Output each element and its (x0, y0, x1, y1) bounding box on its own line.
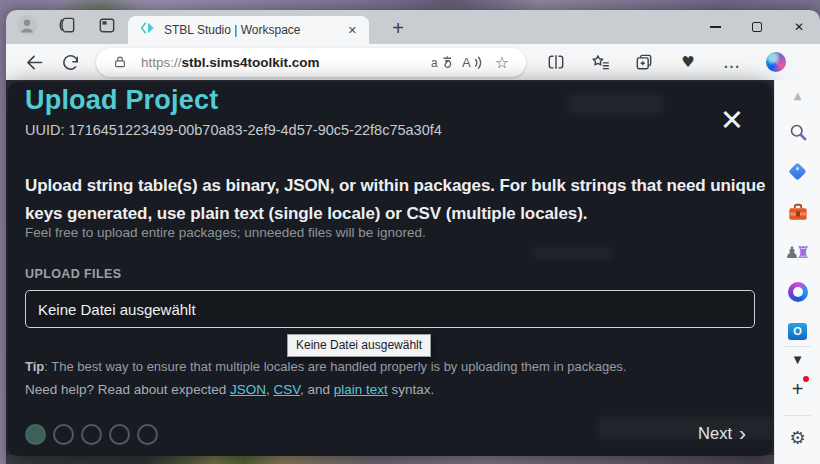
split-screen-icon (546, 52, 566, 72)
svg-text:a: a (431, 56, 438, 70)
site-favicon-icon (140, 20, 156, 40)
file-input-value: Keine Datei ausgewählt (38, 301, 196, 318)
collections-button[interactable] (630, 48, 658, 76)
browser-essentials-button[interactable]: ♥ (674, 48, 702, 76)
lock-icon[interactable] (108, 50, 132, 74)
dialog-note: Feel free to upload entire packages; unn… (25, 225, 426, 240)
refresh-icon (61, 53, 80, 72)
pagination-dots (25, 424, 158, 445)
favorite-star-button[interactable]: ☆ (490, 50, 514, 74)
dialog-close-button[interactable]: ✕ (720, 106, 744, 135)
blurred-background-element (533, 247, 613, 259)
file-upload-input[interactable]: Keine Datei ausgewählt (25, 290, 755, 328)
pagination-dot[interactable] (109, 424, 130, 445)
upload-files-label: UPLOAD FILES (25, 267, 121, 281)
read-aloud-icon: A (462, 54, 483, 71)
collections-icon (634, 52, 654, 72)
help-text: Need help? Read about expected JSON, CSV… (25, 382, 434, 397)
browser-window: STBL Studio | Workspace ✕ + ✕ h (6, 10, 820, 464)
plus-icon: + (792, 378, 804, 401)
minimize-icon (710, 26, 721, 28)
tab-stbl-studio[interactable]: STBL Studio | Workspace ✕ (128, 16, 369, 44)
outlook-icon: O (788, 323, 807, 340)
search-icon (788, 122, 808, 142)
dialog-title: Upload Project (25, 85, 218, 116)
next-label: Next (698, 424, 732, 443)
translate-button[interactable]: a (430, 50, 454, 74)
ellipsis-icon: … (723, 57, 741, 67)
sidebar-tools-button[interactable] (783, 197, 813, 227)
back-button[interactable] (20, 48, 48, 76)
pagination-dot[interactable] (81, 424, 102, 445)
link-plain-text[interactable]: plain text (334, 382, 388, 397)
profile-button[interactable] (12, 14, 42, 40)
tab-actions-button[interactable] (92, 14, 122, 40)
settings-more-button[interactable]: … (718, 48, 746, 76)
toolbox-icon (787, 202, 809, 222)
translate-icon: a (431, 54, 454, 71)
minimize-button[interactable] (694, 10, 736, 44)
workspaces-button[interactable] (52, 14, 82, 40)
pagination-dot[interactable] (137, 424, 158, 445)
split-screen-button[interactable] (542, 48, 570, 76)
triangle-down-icon: ▼ (794, 354, 802, 365)
price-tag-icon (788, 162, 806, 180)
triangle-up-icon: ▲ (794, 90, 802, 101)
star-icon: ☆ (495, 53, 509, 72)
blurred-background-element (568, 94, 663, 114)
sidebar-divider (784, 346, 811, 347)
refresh-button[interactable] (56, 48, 84, 76)
address-bar[interactable]: https://stbl.sims4toolkit.com a A ☆ (96, 48, 526, 77)
desktop: STBL Studio | Workspace ✕ + ✕ h (0, 0, 820, 464)
page-background-photo (6, 455, 774, 464)
next-button[interactable]: Next› (698, 424, 746, 443)
chevron-right-icon: › (739, 422, 746, 443)
tab-close-icon[interactable]: ✕ (344, 22, 361, 39)
edge-sidebar: ▲ ♟♜ O ▼ + ⚙ (774, 80, 820, 464)
browser-essentials-heart-icon: ♥ (681, 53, 694, 71)
window-controls: ✕ (694, 10, 820, 44)
read-aloud-button[interactable]: A (460, 50, 484, 74)
tab-layout-icon (97, 15, 117, 39)
workspaces-icon (57, 15, 77, 39)
gear-icon: ⚙ (789, 427, 805, 448)
microsoft-365-icon (788, 282, 808, 302)
dialog-description: Upload string table(s) as binary, JSON, … (25, 172, 772, 228)
link-csv[interactable]: CSV (273, 382, 300, 397)
favorites-icon (590, 52, 610, 72)
url-text: https://stbl.sims4toolkit.com (141, 55, 424, 70)
pagination-dot[interactable] (53, 424, 74, 445)
new-tab-button[interactable]: + (384, 14, 412, 42)
sidebar-hide-button[interactable]: ▼ (783, 349, 813, 369)
sidebar-outlook-button[interactable]: O (783, 316, 813, 346)
tab-strip: STBL Studio | Workspace ✕ + ✕ (6, 10, 820, 44)
copilot-button[interactable] (762, 48, 790, 76)
page-content: Upload Project UUID: 1716451223499-00b70… (6, 80, 820, 464)
maximize-icon (752, 22, 762, 32)
window-close-button[interactable]: ✕ (778, 10, 820, 44)
pagination-dot[interactable] (25, 424, 46, 445)
upload-project-dialog: Upload Project UUID: 1716451223499-00b70… (8, 82, 772, 456)
svg-text:A: A (462, 55, 471, 70)
profile-avatar-icon (16, 14, 38, 40)
tab-title: STBL Studio | Workspace (164, 23, 344, 37)
back-arrow-icon (24, 52, 45, 73)
sidebar-shopping-button[interactable] (783, 156, 813, 186)
file-input-tooltip: Keine Datei ausgewählt (287, 334, 431, 357)
chess-pieces-icon: ♟♜ (785, 243, 811, 262)
project-uuid: UUID: 1716451223499-00b70a83-2ef9-4d57-9… (25, 122, 442, 138)
sidebar-divider (784, 415, 811, 416)
sidebar-m365-button[interactable] (783, 277, 813, 307)
notification-dot (803, 376, 809, 382)
copilot-icon (766, 52, 786, 72)
sidebar-search-button[interactable] (783, 117, 813, 147)
sidebar-collapse-button[interactable]: ▲ (783, 85, 813, 105)
link-json[interactable]: JSON (230, 382, 266, 397)
maximize-button[interactable] (736, 10, 778, 44)
sidebar-games-button[interactable]: ♟♜ (783, 237, 813, 267)
sidebar-settings-button[interactable]: ⚙ (783, 422, 813, 452)
tip-text: Tip: The best way to ensure that multipl… (25, 359, 626, 374)
browser-toolbar: https://stbl.sims4toolkit.com a A ☆ ♥ (6, 44, 820, 80)
favorites-button[interactable] (586, 48, 614, 76)
